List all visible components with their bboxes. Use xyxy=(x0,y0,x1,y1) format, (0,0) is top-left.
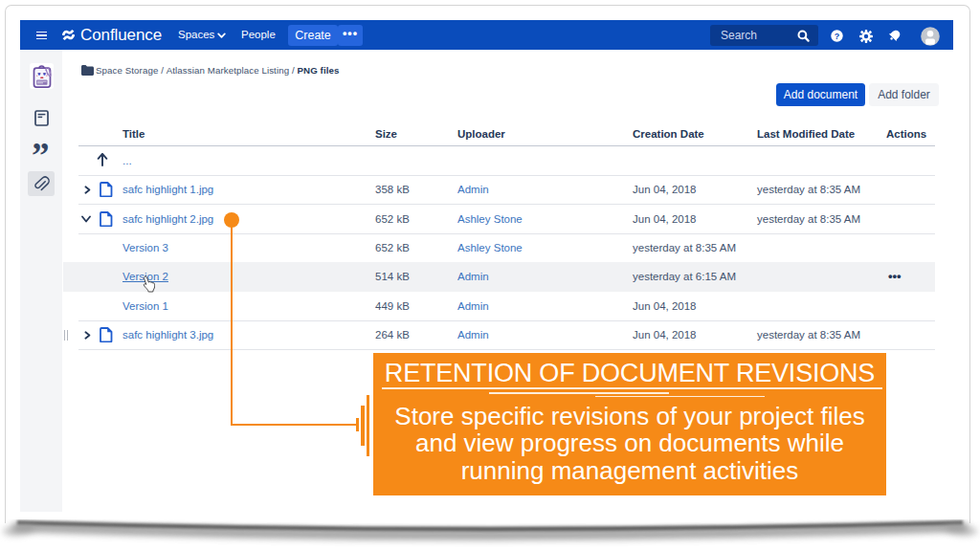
svg-text:?: ? xyxy=(835,31,840,40)
